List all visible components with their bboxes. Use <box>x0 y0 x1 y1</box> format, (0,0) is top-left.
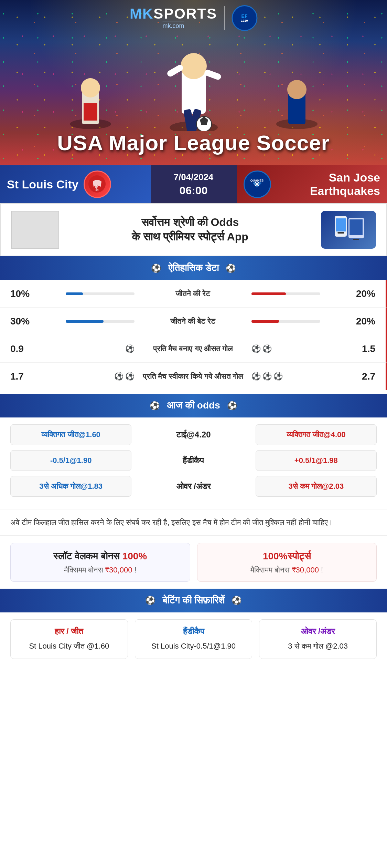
odds-handicap-center: हैंडीकैप <box>137 450 250 471</box>
svg-rect-29 <box>350 219 363 235</box>
svg-rect-27 <box>337 232 344 234</box>
svg-rect-9 <box>203 69 222 81</box>
goals-scored-right: 1.5 <box>348 343 375 354</box>
svg-rect-26 <box>336 218 346 231</box>
odds-over-right[interactable]: 3से कम गोल@2.03 <box>256 476 377 497</box>
odds-section: व्यक्तिगत जीत@1.60 टाई@4.20 व्यक्तिगत जी… <box>0 417 387 509</box>
rec-title: बेटिंग की सिफ़ारिशें <box>162 595 225 606</box>
analysis-text: अवे टीम फिलहाल जीत हासिल करने के लिए संघ… <box>10 516 377 528</box>
svg-rect-15 <box>290 105 297 121</box>
goals-conceded-icons-right: ⚽ ⚽ ⚽ <box>245 372 348 381</box>
rec-section-header: ⚽ बेटिंग की सिफ़ारिशें ⚽ <box>0 589 387 612</box>
bonus-left-title: स्लॉट वेलकम बोनस 100% <box>16 550 185 562</box>
stat-row-goals-conceded: 1.7 ⚽ ⚽ प्रति मैच स्वीकार किये गये औसत ग… <box>0 363 387 390</box>
rec-card-2-value: St Louis City-0.5/1@1.90 <box>140 640 247 652</box>
win-rate-bar-fill-left <box>66 292 83 295</box>
players-visual <box>39 28 348 131</box>
svg-text:SC: SC <box>95 189 99 192</box>
bet-rate-bar-fill-left <box>66 320 104 323</box>
soccer-icon-6: ⚽ <box>251 372 261 381</box>
hero-banner: MKSPORTS mk.com EF 1920 <box>0 0 387 165</box>
hero-logos: MKSPORTS mk.com EF 1920 <box>130 5 257 31</box>
odds-over-center: ओवर /अंडर <box>137 476 250 497</box>
soccer-ball-left-icon: ⚽ <box>151 264 161 273</box>
win-rate-bar-left <box>38 292 141 295</box>
historical-title: ऐतिहासिक डेटा <box>168 262 219 274</box>
bonus-card-left[interactable]: स्लॉट वेलकम बोनस 100% मैक्सिमम बोनस ₹30,… <box>10 543 190 581</box>
odds-win-left[interactable]: व्यक्तिगत जीत@1.60 <box>10 424 131 445</box>
rec-ball-left-icon: ⚽ <box>145 596 155 605</box>
stats-table: 10% जीतने की रेट 20% 30% जीतने की बेट रे… <box>0 280 387 390</box>
soccer-ball-right-icon: ⚽ <box>226 264 236 273</box>
win-rate-left: 10% <box>10 288 38 299</box>
stat-row-bet-rate: 30% जीतने की बेट रेट 20% <box>0 308 387 335</box>
rec-card-1-title: हार / जीत <box>16 627 122 636</box>
soccer-icon-5: ⚽ <box>125 372 135 381</box>
bonus-card-right[interactable]: 100%स्पोर्ट्स मैक्सिमम बोनस ₹30,000 ! <box>197 543 377 581</box>
odds-over-left[interactable]: 3से अधिक गोल@1.83 <box>10 476 131 497</box>
goals-conceded-left: 1.7 <box>10 371 38 382</box>
soccer-icon-8: ⚽ <box>273 372 283 381</box>
hero-title: USA Major League Soccer <box>0 131 387 155</box>
logo-divider <box>224 6 225 30</box>
svg-rect-16 <box>297 105 304 121</box>
bonus-right-sub: मैक्सिमम बोनस ₹30,000 ! <box>203 566 372 575</box>
empoli-text: 1920 <box>241 19 248 23</box>
svg-rect-3 <box>84 103 90 121</box>
rec-card-handicap: हैंडीकैप St Louis City-0.5/1@1.90 <box>135 619 252 659</box>
soccer-icon-2: ⚽ <box>251 344 261 353</box>
odds-win-right[interactable]: व्यक्तिगत जीत@4.00 <box>256 424 377 445</box>
odds-row-1: व्यक्तिगत जीत@1.60 टाई@4.20 व्यक्तिगत जी… <box>10 424 377 445</box>
goals-conceded-icons-left: ⚽ ⚽ <box>38 372 141 381</box>
promo-phone-image <box>321 211 376 249</box>
bonus-right-title: 100%स्पोर्ट्स <box>203 550 372 562</box>
soccer-icon-3: ⚽ <box>262 344 272 353</box>
mksports-logo: MKSPORTS mk.com <box>130 7 217 30</box>
rec-cards-container: हार / जीत St Louis City जीत @1.60 हैंडीक… <box>0 612 387 666</box>
svg-rect-30 <box>353 239 359 240</box>
bonus-section: स्लॉट वेलकम बोनस 100% मैक्सिमम बोनस ₹30,… <box>0 535 387 588</box>
odds-tie-center[interactable]: टाई@4.20 <box>137 424 250 445</box>
match-header: St Louis City SC 7/04/2024 06:00 QUAKES <box>0 165 387 203</box>
team-left-section: St Louis City SC <box>0 165 151 203</box>
bet-rate-bar-fill-right <box>251 320 279 323</box>
win-rate-label: जीतने की रेट <box>141 289 245 298</box>
match-center-info: 7/04/2024 06:00 <box>151 165 237 203</box>
promo-main: सर्वोत्तम श्रेणी की Odds के साथ प्रीमियर… <box>66 215 314 244</box>
mksports-title: MKSPORTS <box>130 7 217 21</box>
bet-rate-bar-left <box>38 320 141 323</box>
stat-row-goals-scored: 0.9 ⚽ प्रति मैच बनाए गए औसत गोल ⚽ ⚽ 1.5 <box>0 335 387 363</box>
bet-rate-right: 20% <box>348 316 375 327</box>
svg-point-7 <box>181 53 207 79</box>
sj-logo: QUAKES <box>244 170 271 198</box>
empoli-logo: EF 1920 <box>232 5 257 31</box>
analysis-section: अवे टीम फिलहाल जीत हासिल करने के लिए संघ… <box>0 509 387 535</box>
bet-rate-label: जीतने की बेट रेट <box>141 317 245 326</box>
odds-handicap-right[interactable]: +0.5/1@1.98 <box>256 450 377 471</box>
soccer-icon-1: ⚽ <box>125 344 135 353</box>
match-time: 06:00 <box>180 184 208 197</box>
bet-rate-bar-right <box>245 320 348 323</box>
goals-scored-label: प्रति मैच बनाए गए औसत गोल <box>141 344 245 353</box>
soccer-icon-7: ⚽ <box>262 372 272 381</box>
bonus-left-sub: मैक्सिमम बोनस ₹30,000 ! <box>16 566 185 575</box>
win-rate-right: 20% <box>348 288 375 299</box>
svg-point-14 <box>287 80 307 99</box>
svg-rect-4 <box>90 103 97 121</box>
goals-scored-icons-right: ⚽ ⚽ <box>245 344 348 353</box>
goals-conceded-label: प्रति मैच स्वीकार किये गये औसत गोल <box>141 372 245 381</box>
rec-card-3-title: ओवर /अंडर <box>265 627 371 636</box>
svg-point-2 <box>81 78 100 97</box>
rec-card-3-value: 3 से कम गोल @2.03 <box>265 640 371 652</box>
win-rate-bar-right <box>245 292 348 295</box>
match-date: 7/04/2024 <box>174 172 214 183</box>
team-right-section: QUAKES San Jose Earthquakes <box>237 165 387 203</box>
bet-rate-left: 30% <box>10 316 38 327</box>
rec-card-1-value: St Louis City जीत @1.60 <box>16 640 122 652</box>
odds-ball-right-icon: ⚽ <box>227 401 237 411</box>
mksports-sub: mk.com <box>163 21 184 30</box>
rec-card-over-under: ओवर /अंडर 3 से कम गोल @2.03 <box>259 619 377 659</box>
promo-text: सर्वोत्तम श्रेणी की Odds के साथ प्रीमियर… <box>66 215 314 244</box>
odds-handicap-left[interactable]: -0.5/1@1.90 <box>10 450 131 471</box>
historical-section-header: ⚽ ऐतिहासिक डेटा ⚽ <box>0 256 387 280</box>
